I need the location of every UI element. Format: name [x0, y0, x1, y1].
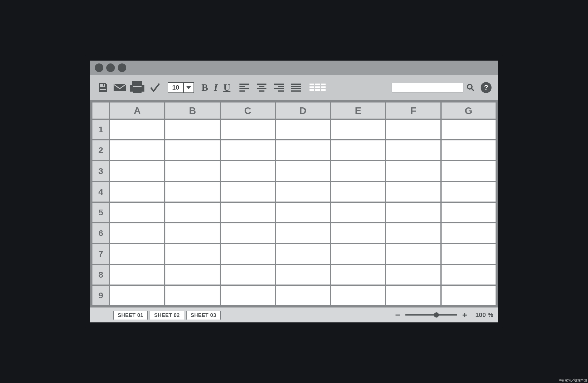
cell-C3[interactable]: [221, 161, 275, 181]
column-header-f[interactable]: F: [386, 102, 440, 119]
column-header-a[interactable]: A: [110, 102, 164, 119]
cell-B9[interactable]: [165, 286, 219, 305]
cell-G2[interactable]: [442, 140, 496, 160]
help-button[interactable]: ?: [481, 82, 492, 93]
column-header-d[interactable]: D: [276, 102, 330, 119]
cell-D5[interactable]: [276, 203, 330, 222]
cell-G7[interactable]: [442, 244, 496, 264]
cell-E2[interactable]: [331, 140, 385, 160]
cell-D9[interactable]: [276, 286, 330, 305]
sheet-tab-2[interactable]: SHEET 02: [150, 311, 184, 320]
cell-C1[interactable]: [221, 120, 275, 139]
cell-G1[interactable]: [442, 120, 496, 139]
zoom-out-button[interactable]: −: [394, 310, 402, 320]
cell-A6[interactable]: [110, 223, 164, 243]
italic-button[interactable]: I: [213, 82, 219, 93]
column-header-c[interactable]: C: [221, 102, 275, 119]
cell-G5[interactable]: [442, 203, 496, 222]
cell-F9[interactable]: [386, 286, 440, 305]
cell-G8[interactable]: [442, 265, 496, 285]
cell-F2[interactable]: [386, 140, 440, 160]
cell-E3[interactable]: [331, 161, 385, 181]
row-header-8[interactable]: 8: [92, 265, 109, 285]
cell-F3[interactable]: [386, 161, 440, 181]
cell-D3[interactable]: [276, 161, 330, 181]
cell-E6[interactable]: [331, 223, 385, 243]
font-size-dropdown[interactable]: [184, 82, 194, 93]
cell-B7[interactable]: [165, 244, 219, 264]
cell-D6[interactable]: [276, 223, 330, 243]
print-button[interactable]: [130, 81, 145, 94]
cell-D1[interactable]: [276, 120, 330, 139]
column-header-b[interactable]: B: [165, 102, 219, 119]
merge-cells-button[interactable]: [309, 81, 326, 94]
cell-E1[interactable]: [331, 120, 385, 139]
cell-G6[interactable]: [442, 223, 496, 243]
cell-E7[interactable]: [331, 244, 385, 264]
zoom-in-button[interactable]: +: [461, 310, 469, 320]
cell-F5[interactable]: [386, 203, 440, 222]
window-minimize-button[interactable]: [106, 63, 115, 72]
row-header-9[interactable]: 9: [92, 286, 109, 305]
cell-C6[interactable]: [221, 223, 275, 243]
search-button[interactable]: [466, 83, 475, 92]
cell-F1[interactable]: [386, 120, 440, 139]
window-maximize-button[interactable]: [118, 63, 126, 72]
cell-G9[interactable]: [442, 286, 496, 305]
cell-B4[interactable]: [165, 182, 219, 202]
save-button[interactable]: [96, 81, 110, 94]
cell-G3[interactable]: [442, 161, 496, 181]
font-size-input[interactable]: 10: [168, 82, 184, 93]
cell-B2[interactable]: [165, 140, 219, 160]
cell-B3[interactable]: [165, 161, 219, 181]
cell-D7[interactable]: [276, 244, 330, 264]
cell-F8[interactable]: [386, 265, 440, 285]
cell-E8[interactable]: [331, 265, 385, 285]
cell-C9[interactable]: [221, 286, 275, 305]
window-close-button[interactable]: [95, 63, 103, 72]
cell-B1[interactable]: [165, 120, 219, 139]
cell-D4[interactable]: [276, 182, 330, 202]
cell-A5[interactable]: [110, 203, 164, 222]
cell-F6[interactable]: [386, 223, 440, 243]
row-header-1[interactable]: 1: [92, 120, 109, 139]
row-header-5[interactable]: 5: [92, 203, 109, 222]
cell-A9[interactable]: [110, 286, 164, 305]
align-center-button[interactable]: [255, 81, 268, 94]
cell-B5[interactable]: [165, 203, 219, 222]
column-header-e[interactable]: E: [331, 102, 385, 119]
cell-A4[interactable]: [110, 182, 164, 202]
cell-D8[interactable]: [276, 265, 330, 285]
align-justify-button[interactable]: [289, 81, 303, 94]
cell-E5[interactable]: [331, 203, 385, 222]
search-input[interactable]: [392, 83, 463, 92]
align-right-button[interactable]: [272, 81, 285, 94]
cell-F7[interactable]: [386, 244, 440, 264]
mail-button[interactable]: [113, 81, 126, 94]
cell-B6[interactable]: [165, 223, 219, 243]
cell-A7[interactable]: [110, 244, 164, 264]
cell-A1[interactable]: [110, 120, 164, 139]
cell-C2[interactable]: [221, 140, 275, 160]
sheet-tab-3[interactable]: SHEET 03: [186, 311, 221, 320]
row-header-4[interactable]: 4: [92, 182, 109, 202]
cell-F4[interactable]: [386, 182, 440, 202]
cell-C4[interactable]: [221, 182, 275, 202]
cell-E4[interactable]: [331, 182, 385, 202]
cell-A2[interactable]: [110, 140, 164, 160]
cell-D2[interactable]: [276, 140, 330, 160]
cell-A3[interactable]: [110, 161, 164, 181]
row-header-6[interactable]: 6: [92, 223, 109, 243]
cell-C8[interactable]: [221, 265, 275, 285]
select-all-corner[interactable]: [92, 102, 109, 119]
bold-button[interactable]: B: [200, 82, 209, 93]
align-left-button[interactable]: [238, 81, 251, 94]
cell-G4[interactable]: [442, 182, 496, 202]
sheet-tab-1[interactable]: SHEET 01: [113, 311, 148, 320]
cell-B8[interactable]: [165, 265, 219, 285]
zoom-slider-knob[interactable]: [434, 312, 439, 318]
underline-button[interactable]: U: [222, 82, 232, 93]
row-header-2[interactable]: 2: [92, 140, 109, 160]
cell-C7[interactable]: [221, 244, 275, 264]
row-header-7[interactable]: 7: [92, 244, 109, 264]
